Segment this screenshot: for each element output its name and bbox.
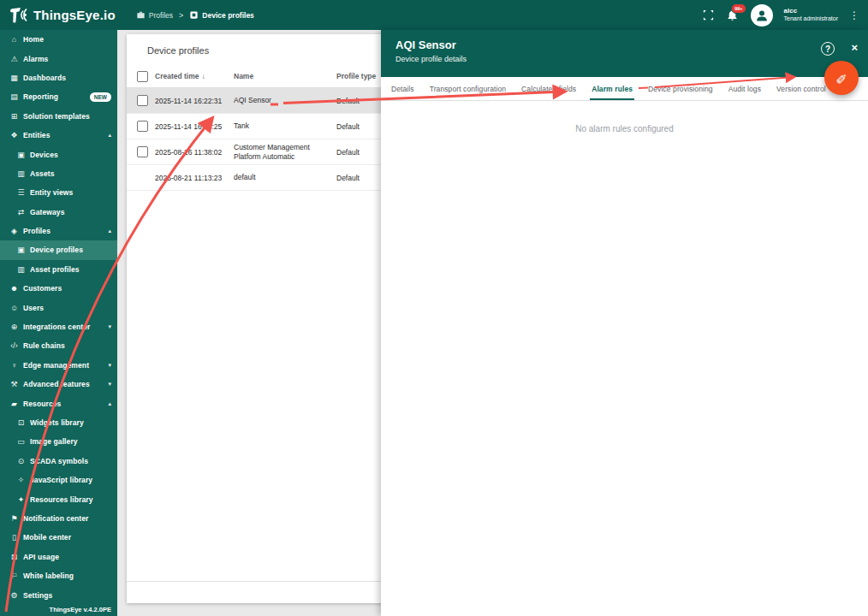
column-name[interactable]: Name bbox=[234, 72, 336, 80]
sidebar-item-label: Home bbox=[23, 35, 111, 44]
tab-transport-configuration[interactable]: Transport configuration bbox=[430, 77, 506, 100]
sidebar-item-users[interactable]: ☺Users bbox=[0, 298, 117, 317]
help-icon[interactable]: ? bbox=[821, 42, 835, 56]
sidebar-item-entity-views[interactable]: ☰Entity views bbox=[0, 183, 117, 202]
sidebar-item-profiles[interactable]: ◈Profiles▴ bbox=[0, 222, 117, 240]
breadcrumb-device-profiles[interactable]: Device profiles bbox=[189, 10, 253, 20]
sidebar-item-label: Gateways bbox=[30, 208, 111, 216]
sidebar-item-label: Resources bbox=[23, 400, 108, 408]
dashboards-icon: ▦ bbox=[9, 74, 20, 82]
sidebar-item-resources-library[interactable]: ✦Resources library bbox=[0, 489, 117, 508]
cell-created-time: 2025-08-21 11:13:23 bbox=[155, 174, 234, 182]
breadcrumb-profiles[interactable]: Profiles bbox=[136, 10, 173, 20]
sidebar-item-label: Notification center bbox=[23, 514, 111, 523]
avatar[interactable] bbox=[751, 4, 773, 27]
sidebar-item-dashboards[interactable]: ▦Dashboards bbox=[0, 68, 117, 87]
sidebar-item-api-usage[interactable]: ⊠API usage bbox=[0, 548, 117, 566]
table-row-tank[interactable]: 2025-11-14 16:16:25 Tank Default bbox=[127, 114, 401, 139]
image-gallery-icon: ▭ bbox=[15, 437, 27, 446]
notification-center-icon: ⚑ bbox=[9, 514, 20, 523]
checkbox-icon bbox=[137, 146, 148, 157]
sidebar-item-solution-templates[interactable]: ⊞Solution templates bbox=[0, 107, 117, 126]
sidebar-item-resources[interactable]: ▰Resources▴ bbox=[0, 394, 117, 412]
sidebar-item-customers[interactable]: ☻Customers bbox=[0, 279, 117, 298]
tab-alarm-rules[interactable]: Alarm rules bbox=[592, 77, 633, 100]
sidebar-item-label: Solution templates bbox=[23, 112, 111, 121]
cell-name: Tank bbox=[234, 121, 336, 130]
sidebar-item-label: Profiles bbox=[23, 227, 108, 235]
edit-fab-button[interactable]: ✎ bbox=[824, 61, 859, 95]
sidebar-item-asset-profiles[interactable]: ▥Asset profiles bbox=[0, 260, 117, 279]
sidebar-item-label: Widgets library bbox=[30, 418, 111, 427]
user-role: Tenant administrator bbox=[784, 15, 838, 23]
sidebar-item-label: Resources library bbox=[30, 495, 111, 504]
thingseye-logo-icon bbox=[9, 6, 29, 25]
widgets-library-icon: ⊡ bbox=[15, 418, 27, 427]
sidebar-item-label: Asset profiles bbox=[30, 265, 111, 274]
sidebar-item-integrations-center[interactable]: ⊕Integrations center▾ bbox=[0, 317, 117, 336]
sidebar-item-scada-symbols[interactable]: ⊙SCADA symbols bbox=[0, 452, 117, 471]
app-logo[interactable]: ThingsEye.io bbox=[9, 6, 116, 25]
sidebar-item-entities[interactable]: ❖Entities▴ bbox=[0, 126, 117, 145]
sidebar-item-reporting[interactable]: ▤ReportingNEW bbox=[0, 87, 117, 106]
column-created-time[interactable]: Created time↓ bbox=[155, 72, 234, 80]
alarm-icon: ⚠ bbox=[9, 55, 20, 63]
edge-management-icon: ♆ bbox=[9, 361, 20, 370]
table-row-customer-management-platform[interactable]: 2025-08-26 11:38:02 Customer Management … bbox=[127, 139, 401, 165]
sidebar-item-device-profiles[interactable]: ▣Device profiles bbox=[0, 240, 117, 259]
sidebar-item-label: SCADA symbols bbox=[30, 457, 111, 465]
new-badge: NEW bbox=[90, 92, 111, 102]
panel-header: AQI Sensor Device profile details ? × bbox=[381, 30, 868, 77]
sidebar-item-advanced-features[interactable]: ⚒Advanced features▾ bbox=[0, 375, 117, 394]
checkbox-icon bbox=[137, 121, 148, 132]
sidebar-item-settings[interactable]: ⚙Settings bbox=[0, 585, 117, 604]
sidebar-item-home[interactable]: ⌂Home bbox=[0, 30, 117, 49]
advanced-features-icon: ⚒ bbox=[9, 380, 20, 388]
row-checkbox[interactable] bbox=[127, 95, 155, 106]
empty-state-message: No alarm rules configured bbox=[381, 124, 868, 133]
chevron-up-icon: ▴ bbox=[108, 132, 111, 139]
sidebar-item-white-labeling[interactable]: ⚐White labeling bbox=[0, 566, 117, 585]
sidebar-item-label: Entities bbox=[23, 131, 108, 139]
close-icon[interactable]: × bbox=[851, 41, 858, 54]
sidebar-item-label: Integrations center bbox=[23, 323, 108, 331]
tab-audit-logs[interactable]: Audit logs bbox=[728, 77, 761, 100]
tab-device-provisioning[interactable]: Device provisioning bbox=[648, 77, 713, 100]
more-menu-icon[interactable]: ⋮ bbox=[849, 10, 859, 21]
notifications-button[interactable]: 99+ bbox=[726, 9, 740, 22]
sidebar-item-label: Users bbox=[23, 304, 111, 312]
tab-details[interactable]: Details bbox=[391, 77, 414, 100]
cell-created-time: 2025-08-26 11:38:02 bbox=[155, 148, 234, 157]
sidebar-item-javascript-library[interactable]: ✧JavaScript library bbox=[0, 471, 117, 489]
table-row-default[interactable]: 2025-08-21 11:13:23 default Default bbox=[127, 165, 401, 191]
sidebar-item-alarms[interactable]: ⚠Alarms bbox=[0, 49, 117, 68]
sidebar-item-image-gallery[interactable]: ▭Image gallery bbox=[0, 432, 117, 451]
sidebar-item-devices[interactable]: ▣Devices bbox=[0, 145, 117, 163]
sidebar-item-label: Dashboards bbox=[23, 74, 111, 82]
table-row-aqi-sensor[interactable]: 2025-11-14 16:22:31 AQI Sensor Default bbox=[127, 88, 401, 114]
device-profile-icon bbox=[189, 10, 199, 20]
sidebar-item-label: Advanced features bbox=[23, 380, 108, 388]
user-info[interactable]: alcc Tenant administrator bbox=[784, 7, 838, 23]
breadcrumb: Profiles > Device profiles bbox=[136, 10, 254, 20]
tab-calculated-fields[interactable]: Calculated fields bbox=[521, 77, 576, 100]
column-label: Created time bbox=[155, 72, 199, 80]
user-icon bbox=[755, 9, 769, 22]
sidebar-item-label: JavaScript library bbox=[30, 476, 111, 484]
row-checkbox[interactable] bbox=[127, 146, 155, 157]
integrations-icon: ⊕ bbox=[9, 323, 20, 331]
sidebar-item-notification-center[interactable]: ⚑Notification center bbox=[0, 509, 117, 528]
solution-templates-icon: ⊞ bbox=[9, 112, 20, 121]
tab-version-control[interactable]: Version control bbox=[776, 77, 826, 100]
sidebar-item-mobile-center[interactable]: ▯Mobile center bbox=[0, 528, 117, 547]
row-checkbox[interactable] bbox=[127, 121, 155, 132]
sidebar-item-widgets-library[interactable]: ⊡Widgets library bbox=[0, 413, 117, 432]
sidebar-item-gateways[interactable]: ⇄Gateways bbox=[0, 203, 117, 222]
sidebar-item-assets[interactable]: ▥Assets bbox=[0, 164, 117, 183]
sidebar-item-rule-chains[interactable]: ‹/›Rule chains bbox=[0, 336, 117, 355]
select-all-checkbox[interactable] bbox=[127, 71, 155, 82]
sidebar-item-edge-management[interactable]: ♆Edge management▾ bbox=[0, 356, 117, 375]
table-footer bbox=[127, 581, 401, 603]
fullscreen-icon[interactable] bbox=[702, 9, 715, 21]
sidebar-item-label: Customers bbox=[23, 284, 111, 293]
